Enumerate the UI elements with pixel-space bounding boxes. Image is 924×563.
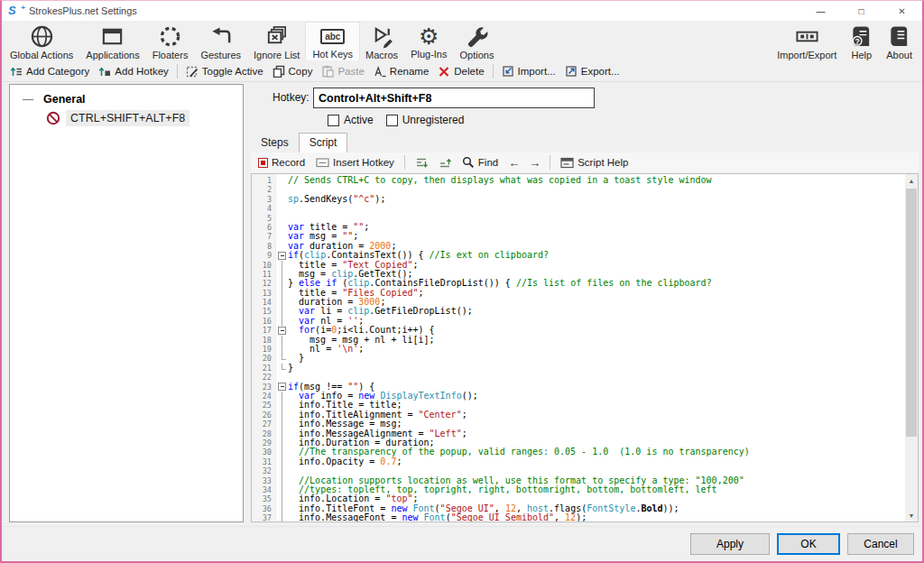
command-label: Export...	[581, 66, 620, 77]
find-button[interactable]: Find	[457, 154, 503, 171]
maximize-button[interactable]: □	[841, 1, 882, 21]
fold-margin	[276, 185, 288, 194]
toolbar-item-help[interactable]: ? Help	[843, 23, 880, 60]
unregistered-checkbox[interactable]	[386, 115, 398, 126]
import-icon	[502, 65, 514, 78]
wrench-icon	[465, 24, 489, 49]
add-hotkey-icon	[98, 65, 111, 78]
toolbar-item-about[interactable]: About	[880, 23, 919, 60]
fold-margin	[276, 466, 288, 475]
navigate-back-button[interactable]: ←	[504, 156, 523, 170]
help-book-icon: ?	[849, 24, 873, 49]
fold-margin	[276, 279, 288, 288]
script-editor[interactable]: 1// Sends CTRL+C to copy, then displays …	[251, 173, 919, 522]
ok-button[interactable]: OK	[777, 533, 840, 555]
line-number: 35	[252, 494, 276, 503]
fold-margin	[276, 298, 288, 307]
line-number: 25	[252, 401, 276, 410]
toolbar-item-applications[interactable]: Applications	[79, 23, 145, 60]
separator	[550, 155, 550, 170]
insert-hotkey-button[interactable]: Insert Hotkey	[311, 155, 399, 170]
scroll-down-arrow[interactable]: ▼	[905, 509, 918, 521]
code-lines: 1// Sends CTRL+C to copy, then displays …	[252, 176, 905, 521]
tab-steps[interactable]: Steps	[251, 134, 299, 152]
toolbar-item-plug-ins[interactable]: ⚙ Plug-Ins	[404, 23, 453, 60]
collapse-icon[interactable]: —	[23, 93, 35, 106]
indent-guide-toggle[interactable]	[411, 155, 432, 171]
fold-margin	[276, 232, 288, 241]
toolbar-item-options[interactable]: Options	[453, 23, 500, 60]
fold-collapse-icon[interactable]	[276, 383, 288, 392]
prohibited-icon	[46, 111, 60, 125]
footer-bar: Apply OK Cancel	[2, 526, 922, 561]
tree-root-label[interactable]: General	[43, 93, 86, 106]
add-hotkey-button[interactable]: Add Hotkey	[94, 62, 172, 80]
fold-margin	[276, 448, 288, 457]
toolbar-item-hot-keys[interactable]: abc Hot Keys	[306, 23, 359, 60]
toolbar-item-import-export[interactable]: Import/Export	[771, 23, 843, 60]
navigate-forward-button[interactable]: →	[525, 156, 544, 170]
delete-button[interactable]: Delete	[433, 62, 488, 80]
command-label: Copy	[289, 66, 313, 77]
scrollbar-thumb[interactable]	[906, 189, 917, 437]
record-button[interactable]: Record	[254, 155, 310, 170]
tree-root-general[interactable]: — General	[10, 90, 243, 108]
line-number: 30	[252, 448, 276, 457]
rename-button[interactable]: Rename	[369, 62, 433, 80]
line-number: 2	[252, 185, 276, 194]
code-line: 3sp.SendKeys("^c");	[252, 195, 905, 204]
active-checkbox[interactable]	[328, 115, 339, 126]
toolbar-item-label: Options	[459, 50, 494, 60]
toolbar-item-gestures[interactable]: Gestures	[194, 23, 247, 60]
import-button[interactable]: Import...	[497, 62, 560, 80]
tree-item-hotkey[interactable]: CTRL+SHIFT+ALT+F8	[10, 108, 243, 128]
tree-item-label[interactable]: CTRL+SHIFT+ALT+F8	[66, 110, 189, 126]
fold-collapse-icon[interactable]	[276, 251, 288, 260]
fold-margin	[276, 429, 288, 438]
fold-margin	[276, 411, 288, 420]
script-help-button[interactable]: Script Help	[556, 155, 633, 171]
window-controls: — □ ✕	[800, 1, 922, 21]
toggle-active-button[interactable]: Toggle Active	[181, 62, 268, 80]
tab-strip: Steps Script	[251, 134, 919, 152]
command-label: Import...	[518, 66, 556, 77]
copy-button[interactable]: Copy	[268, 62, 318, 80]
add-category-button[interactable]: Add Category	[5, 62, 94, 80]
code-line: 21}	[252, 364, 905, 373]
line-number: 14	[252, 298, 276, 307]
globe-icon	[30, 24, 54, 49]
toolbar-item-global-actions[interactable]: Global Actions	[4, 23, 79, 60]
minimize-button[interactable]: —	[800, 1, 841, 21]
whitespace-toggle[interactable]	[434, 155, 456, 171]
unregistered-checkbox-group: Unregistered	[386, 114, 465, 126]
toolbar-item-macros[interactable]: Macros	[359, 23, 404, 60]
fold-collapse-icon[interactable]	[276, 326, 288, 335]
import-export-icon	[795, 24, 819, 49]
code-text: sp.SendKeys("^c");	[288, 195, 385, 204]
line-number: 7	[252, 232, 276, 241]
command-label: Rename	[390, 66, 429, 77]
cancel-button[interactable]: Cancel	[847, 533, 914, 555]
hotkey-field-label: Hotkey:	[273, 91, 310, 104]
close-button[interactable]: ✕	[882, 1, 922, 21]
toolbar-item-label: Global Actions	[10, 50, 73, 60]
line-number: 10	[252, 261, 276, 270]
toolbar-item-ignore-list[interactable]: Ignore List	[247, 23, 306, 60]
line-number: 16	[252, 317, 276, 326]
tab-script[interactable]: Script	[299, 133, 348, 152]
hotkey-tree[interactable]: — General CTRL+SHIFT+ALT+F8	[9, 84, 244, 522]
apply-button[interactable]: Apply	[690, 533, 770, 555]
editor-vertical-scrollbar[interactable]: ▲ ▼	[905, 174, 918, 521]
fold-margin	[276, 494, 288, 503]
app-icon: S+	[8, 4, 23, 18]
line-number: 6	[252, 223, 276, 232]
fold-margin	[276, 504, 288, 513]
export-button[interactable]: Export...	[560, 62, 624, 80]
toolbar-item-floaters[interactable]: Floaters	[146, 23, 195, 60]
scroll-up-arrow[interactable]: ▲	[905, 174, 918, 187]
paste-button[interactable]: Paste	[317, 62, 368, 80]
hotkey-input[interactable]	[313, 88, 595, 108]
content-area: — General CTRL+SHIFT+ALT+F8 Hotkey: Acti…	[2, 82, 922, 529]
fold-margin	[276, 223, 288, 232]
code-area[interactable]: 1// Sends CTRL+C to copy, then displays …	[252, 174, 905, 521]
